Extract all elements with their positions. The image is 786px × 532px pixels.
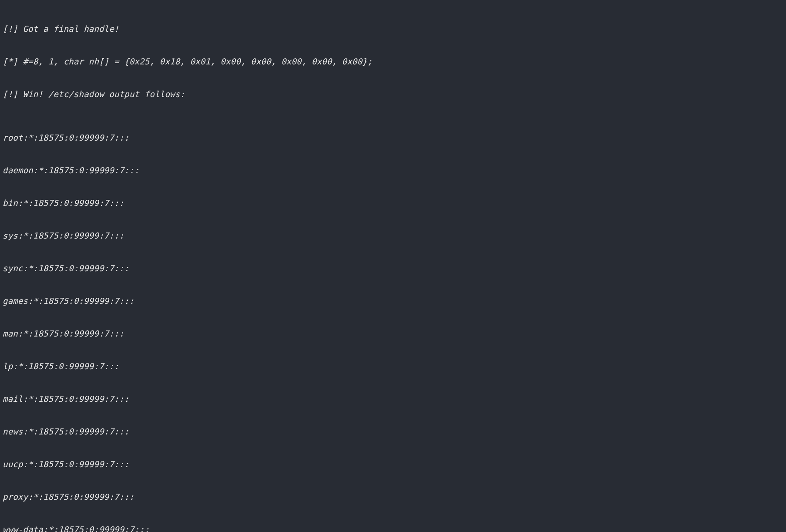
shadow-line: proxy:*:18575:0:99999:7::: <box>3 492 783 502</box>
shadow-line: uucp:*:18575:0:99999:7::: <box>3 459 783 470</box>
shadow-line: www-data:*:18575:0:99999:7::: <box>3 524 783 532</box>
shadow-line: man:*:18575:0:99999:7::: <box>3 328 783 339</box>
shadow-line: daemon:*:18575:0:99999:7::: <box>3 165 783 176</box>
shadow-line: sys:*:18575:0:99999:7::: <box>3 230 783 241</box>
exploit-status-win: [!] Win! /etc/shadow output follows: <box>3 89 783 100</box>
exploit-status-handle: [!] Got a final handle! <box>3 24 783 34</box>
shadow-line: bin:*:18575:0:99999:7::: <box>3 198 783 209</box>
shadow-line: mail:*:18575:0:99999:7::: <box>3 394 783 404</box>
terminal-output[interactable]: [!] Got a final handle! [*] #=8, 1, char… <box>0 0 786 532</box>
shadow-line: lp:*:18575:0:99999:7::: <box>3 361 783 372</box>
shadow-line: sync:*:18575:0:99999:7::: <box>3 263 783 274</box>
shadow-line: games:*:18575:0:99999:7::: <box>3 296 783 306</box>
shadow-line: root:*:18575:0:99999:7::: <box>3 132 783 143</box>
exploit-status-array: [*] #=8, 1, char nh[] = {0x25, 0x18, 0x0… <box>3 56 783 67</box>
shadow-line: news:*:18575:0:99999:7::: <box>3 426 783 437</box>
